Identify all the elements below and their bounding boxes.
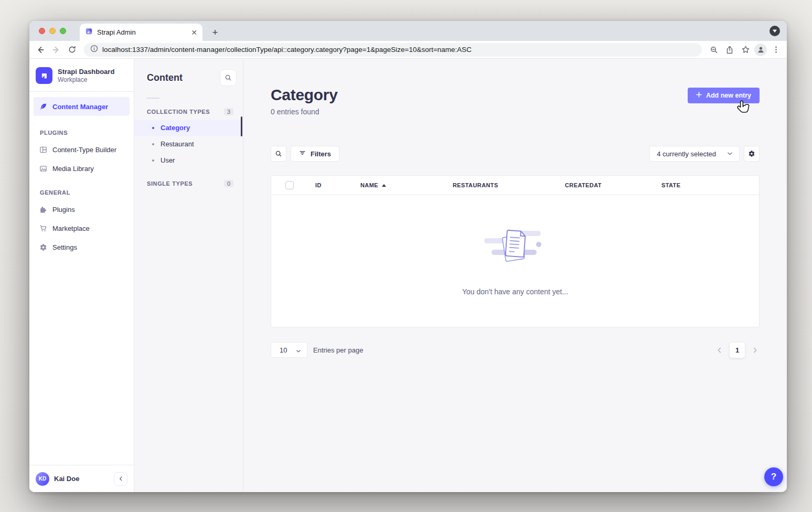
subnav-divider (147, 98, 159, 99)
filters-button[interactable]: Filters (291, 146, 339, 162)
fields-selected-value: 4 currently selected (657, 150, 716, 158)
table-header-row: ID NAME RESTAURANTS CREATEDAT STATE (271, 176, 759, 195)
browser-tab[interactable]: Strapi Admin ✕ (80, 24, 202, 41)
sidebar-item-media-library[interactable]: Media Library (34, 159, 130, 178)
strapi-favicon-icon (85, 27, 93, 37)
tab-close-icon[interactable]: ✕ (191, 29, 197, 36)
sidebar-item-marketplace[interactable]: Marketplace (34, 219, 130, 238)
subnav-item-label: Restaurant (161, 140, 194, 148)
column-header-name[interactable]: NAME (360, 182, 453, 188)
section-plugins-label: PLUGINS (29, 118, 134, 140)
page-size-value: 10 (280, 346, 287, 354)
page-number-button[interactable]: 1 (730, 343, 745, 358)
next-page-icon[interactable] (751, 345, 760, 355)
sidebar-item-label: Plugins (52, 206, 75, 214)
chevron-down-icon (296, 346, 301, 354)
subnav-search-button[interactable] (220, 69, 237, 86)
subnav-title: Content (147, 72, 183, 83)
close-window-button[interactable] (39, 28, 45, 34)
zoom-page-icon[interactable] (707, 43, 721, 57)
page-size-dropdown[interactable]: 10 (271, 342, 307, 358)
sidebar-footer: KD Kai Doe (29, 465, 134, 492)
subnav-item-restaurant[interactable]: Restaurant (134, 136, 243, 152)
pagination-bar: 10 Entries per page 1 (271, 342, 760, 358)
gear-icon (39, 243, 47, 251)
add-new-entry-button[interactable]: Add new entry (688, 88, 760, 103)
sidebar-item-label: Content Manager (52, 103, 108, 111)
subnav-item-label: Category (161, 124, 190, 132)
image-icon (39, 164, 47, 173)
subnav-item-user[interactable]: User (134, 152, 243, 168)
subnav-scrollbar[interactable] (241, 116, 242, 136)
subnav-item-label: User (161, 156, 175, 164)
new-tab-button[interactable]: + (208, 25, 222, 40)
bookmark-star-icon[interactable] (739, 43, 752, 57)
sidebar-item-settings[interactable]: Settings (34, 238, 130, 257)
sidebar-item-label: Content-Type Builder (52, 146, 116, 154)
column-header-restaurants[interactable]: RESTAURANTS (453, 182, 565, 188)
main-content: Category 0 entries found Add new entry (243, 59, 787, 492)
minimize-window-button[interactable] (49, 28, 56, 34)
collection-types-label: COLLECTION TYPES (147, 109, 210, 115)
column-header-id[interactable]: ID (315, 182, 360, 188)
table-search-button[interactable] (271, 146, 286, 162)
browser-profile-avatar[interactable] (754, 44, 767, 56)
subnav-item-category[interactable]: Category (134, 120, 243, 136)
help-button[interactable]: ? (764, 467, 783, 486)
bullet-icon (152, 143, 154, 145)
previous-page-icon[interactable] (715, 345, 723, 355)
page-title: Category (271, 86, 338, 104)
user-name: Kai Doe (54, 475, 109, 483)
empty-state-text: You don't have any content yet... (462, 287, 568, 296)
reload-icon[interactable] (65, 43, 79, 57)
bullet-icon (152, 159, 154, 162)
cart-icon (39, 224, 47, 232)
empty-state: You don't have any content yet... (271, 195, 759, 327)
column-header-state[interactable]: STATE (661, 182, 759, 188)
browser-tabstrip: Strapi Admin ✕ + (29, 21, 787, 41)
sidebar-item-content-manager[interactable]: Content Manager (34, 97, 130, 116)
site-info-icon[interactable] (90, 45, 98, 55)
sidebar-divider (29, 91, 134, 92)
entries-table: ID NAME RESTAURANTS CREATEDAT STATE (271, 175, 760, 327)
sidebar-item-label: Media Library (52, 165, 94, 173)
column-header-label: NAME (360, 182, 378, 188)
sidebar-item-content-type-builder[interactable]: Content-Type Builder (34, 140, 130, 159)
content-subnav: Content COLLECTION TYPES 3 Category Rest… (134, 59, 243, 492)
forward-icon[interactable] (49, 43, 63, 57)
empty-documents-illustration (483, 221, 547, 274)
user-avatar[interactable]: KD (36, 472, 49, 486)
url-text[interactable]: localhost:1337/admin/content-manager/col… (102, 46, 472, 54)
record-indicator-icon[interactable] (770, 26, 780, 36)
share-icon[interactable] (723, 43, 736, 57)
add-new-entry-label: Add new entry (706, 92, 751, 99)
single-types-count-badge: 0 (224, 180, 233, 187)
workspace-brand[interactable]: Strapi Dashboard Workplace (29, 59, 134, 91)
puzzle-icon (39, 205, 47, 214)
sidebar-item-plugins[interactable]: Plugins (34, 200, 130, 219)
zoom-window-button[interactable] (60, 28, 66, 34)
fields-selected-dropdown[interactable]: 4 currently selected (649, 146, 740, 162)
traffic-lights (39, 28, 66, 34)
url-bar[interactable]: localhost:1337/admin/content-manager/col… (84, 43, 702, 57)
sidebar-item-label: Marketplace (52, 225, 90, 232)
entries-per-page-label: Entries per page (313, 346, 363, 354)
entries-found-text: 0 entries found (271, 108, 338, 116)
brand-title: Strapi Dashboard (58, 68, 114, 76)
column-header-createdat[interactable]: CREATEDAT (565, 182, 661, 188)
sidebar-item-label: Settings (52, 243, 77, 251)
select-all-checkbox[interactable] (285, 181, 294, 189)
strapi-app: Strapi Dashboard Workplace Content Manag… (29, 59, 787, 492)
browser-menu-icon[interactable] (769, 43, 783, 57)
browser-toolbar: localhost:1337/admin/content-manager/col… (29, 41, 787, 59)
back-icon[interactable] (34, 43, 47, 57)
filter-icon (299, 150, 306, 158)
collapse-sidebar-button[interactable] (114, 472, 127, 486)
strapi-logo-icon (36, 67, 52, 84)
chevron-down-icon (728, 152, 732, 155)
sort-ascending-icon (382, 184, 386, 187)
table-settings-button[interactable] (744, 146, 760, 162)
main-sidebar: Strapi Dashboard Workplace Content Manag… (29, 59, 134, 492)
bullet-icon (152, 127, 154, 129)
collection-types-count-badge: 3 (224, 108, 233, 115)
